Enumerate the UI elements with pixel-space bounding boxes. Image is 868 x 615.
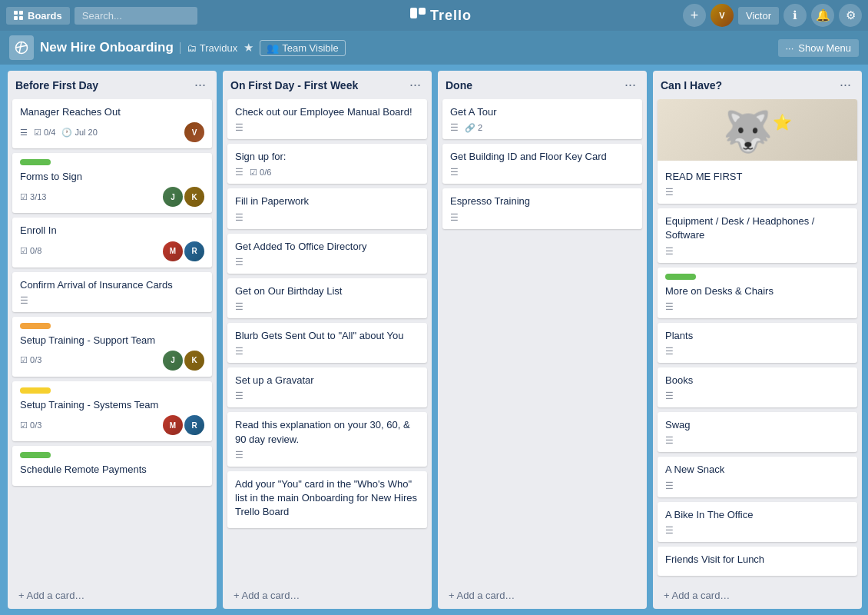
card-checklist: ☑ 0/3 (20, 355, 41, 365)
card-title: Enroll In (20, 224, 204, 238)
card-title: Forms to Sign (20, 170, 204, 184)
user-menu-button[interactable]: Victor (738, 7, 779, 25)
card-title: Setup Training - Systems Team (20, 398, 204, 412)
bell-icon: 🔔 (816, 8, 830, 22)
card-desc-icon: ☰ (235, 212, 244, 223)
card-sign-up-for[interactable]: Sign up for: ☰ ☑ 0/6 (227, 144, 427, 184)
card-avatars: J K (163, 187, 204, 207)
card-attachments: 🔗 2 (465, 123, 482, 133)
card-espresso-training[interactable]: Espresso Training ☰ (442, 188, 642, 228)
list-menu-button[interactable]: ··· (837, 77, 854, 93)
card-read-me-first[interactable]: 🐺 ⭐ READ ME FIRST ☰ (658, 99, 857, 204)
notifications-button[interactable]: 🔔 (811, 4, 834, 27)
card-title: Confirm Arrival of Insurance Cards (20, 278, 204, 292)
card-checklist: ☑ 3/13 (20, 192, 46, 202)
card-label-yellow (20, 387, 51, 394)
plus-icon: + (691, 8, 699, 24)
add-card-button[interactable]: + Add a card… (444, 587, 641, 604)
card-avatars: M R (163, 415, 204, 435)
list-menu-button[interactable]: ··· (621, 77, 639, 93)
card-title: More on Desks & Chairs (665, 284, 850, 298)
search-input[interactable] (75, 7, 197, 25)
card-title: Schedule Remote Payments (20, 463, 204, 477)
card-meta: ☰ (665, 391, 850, 401)
board-logo-icon (15, 41, 28, 55)
avatar: V (184, 122, 204, 142)
show-menu-button[interactable]: ··· Show Menu (778, 39, 860, 57)
info-button[interactable]: ℹ (784, 4, 807, 27)
gear-icon: ⚙ (846, 8, 856, 22)
card-plants[interactable]: Plants ☰ (658, 323, 857, 363)
add-card-button[interactable]: + Add a card… (14, 587, 210, 604)
card-title: A New Snack (665, 463, 850, 477)
card-desc-icon: ☰ (235, 167, 244, 178)
card-title: Check out our Employee Manual Board! (235, 105, 419, 119)
show-menu-label: Show Menu (798, 42, 851, 54)
list-menu-button[interactable]: ··· (406, 77, 424, 93)
card-get-birthday-list[interactable]: Get on Our Birthday List ☰ (227, 278, 427, 318)
card-forms-to-sign[interactable]: Forms to Sign ☑ 3/13 J K (12, 153, 212, 213)
add-button[interactable]: + (683, 4, 706, 27)
card-image: 🐺 ⭐ (658, 99, 857, 161)
card-confirm-arrival[interactable]: Confirm Arrival of Insurance Cards ☰ (12, 272, 212, 312)
card-setup-training-support[interactable]: Setup Training - Support Team ☑ 0/3 J K (12, 317, 212, 377)
svg-rect-0 (410, 8, 417, 18)
avatar: R (184, 415, 204, 435)
card-get-a-tour[interactable]: Get A Tour ☰ 🔗 2 (442, 99, 642, 139)
org-icon: 🗂 (187, 42, 197, 54)
list-title: Done (446, 79, 472, 91)
board-logo (9, 35, 34, 60)
star-icon[interactable]: ★ (244, 41, 253, 55)
card-meta: ☰ (450, 212, 634, 223)
avatar[interactable]: V (711, 4, 734, 27)
card-read-explanation-30-60-90[interactable]: Read this explanation on your 30, 60, & … (227, 412, 427, 466)
trello-logo-text: Trello (430, 8, 472, 24)
card-desc-icon: ☰ (450, 212, 459, 223)
card-meta: ☰ (235, 257, 419, 268)
add-card-button[interactable]: + Add a card… (229, 587, 426, 604)
dog-emoji: 🐺 (723, 108, 773, 155)
card-enroll-in[interactable]: Enroll In ☑ 0/8 M R (12, 218, 212, 267)
settings-button[interactable]: ⚙ (839, 4, 862, 27)
card-label-green (20, 452, 51, 458)
card-more-on-desks[interactable]: More on Desks & Chairs ☰ (658, 268, 857, 318)
board-visibility[interactable]: 👥 Team Visible (260, 40, 345, 56)
board-title: New Hire Onboarding (40, 40, 174, 55)
card-schedule-remote-payments[interactable]: Schedule Remote Payments (12, 446, 212, 486)
card-meta: ☰ (235, 391, 419, 401)
card-set-up-gravatar[interactable]: Set up a Gravatar ☰ (227, 367, 427, 407)
boards-button[interactable]: Boards (6, 7, 70, 25)
card-meta: ☰ (665, 346, 850, 357)
card-meta: ☰ (20, 295, 204, 306)
list-footer: + Add a card… (8, 582, 217, 609)
card-meta: ☰ (665, 480, 850, 491)
card-a-new-snack[interactable]: A New Snack ☰ (658, 457, 857, 497)
add-card-button[interactable]: + Add a card… (659, 587, 856, 604)
card-avatars: J K (163, 351, 204, 371)
card-friends-visit[interactable]: Friends Visit for Lunch (658, 547, 857, 576)
card-title: Sign up for: (235, 150, 419, 164)
card-add-you-card[interactable]: Add your "You" card in the "Who's Who" l… (227, 471, 427, 529)
card-desc-icon: ☰ (665, 391, 674, 401)
card-manager-reaches-out[interactable]: Manager Reaches Out ☰ ☑ 0/4 🕐 Jul 20 V (12, 99, 212, 148)
card-books[interactable]: Books ☰ (658, 367, 857, 407)
avatar: J (163, 187, 183, 207)
board-org[interactable]: 🗂 Travidux (180, 42, 237, 54)
card-meta: ☑ 0/3 J K (20, 351, 204, 371)
card-get-building-id[interactable]: Get Building ID and Floor Key Card ☰ (442, 144, 642, 184)
card-equipment-desk[interactable]: Equipment / Desk / Headphones / Software… (658, 208, 857, 262)
card-fill-in-paperwork[interactable]: Fill in Paperwork ☰ (227, 188, 427, 228)
list-header: Done ··· (438, 71, 647, 99)
card-check-employee-manual[interactable]: Check out our Employee Manual Board! ☰ (227, 99, 427, 139)
card-desc-icon: ☰ (450, 122, 459, 133)
card-swag[interactable]: Swag ☰ (658, 412, 857, 452)
list-menu-button[interactable]: ··· (191, 77, 209, 93)
card-due: 🕐 Jul 20 (61, 128, 97, 138)
card-get-added-directory[interactable]: Get Added To Office Directory ☰ (227, 234, 427, 274)
card-title: A Bike In The Office (665, 508, 850, 522)
org-name: Travidux (200, 42, 237, 54)
card-setup-training-systems[interactable]: Setup Training - Systems Team ☑ 0/3 M R (12, 381, 212, 441)
card-checklist: ☑ 0/3 (20, 421, 41, 430)
card-blurb-sent-out[interactable]: Blurb Gets Sent Out to "All" about You ☰ (227, 323, 427, 363)
card-a-bike[interactable]: A Bike In The Office ☰ (658, 502, 857, 542)
